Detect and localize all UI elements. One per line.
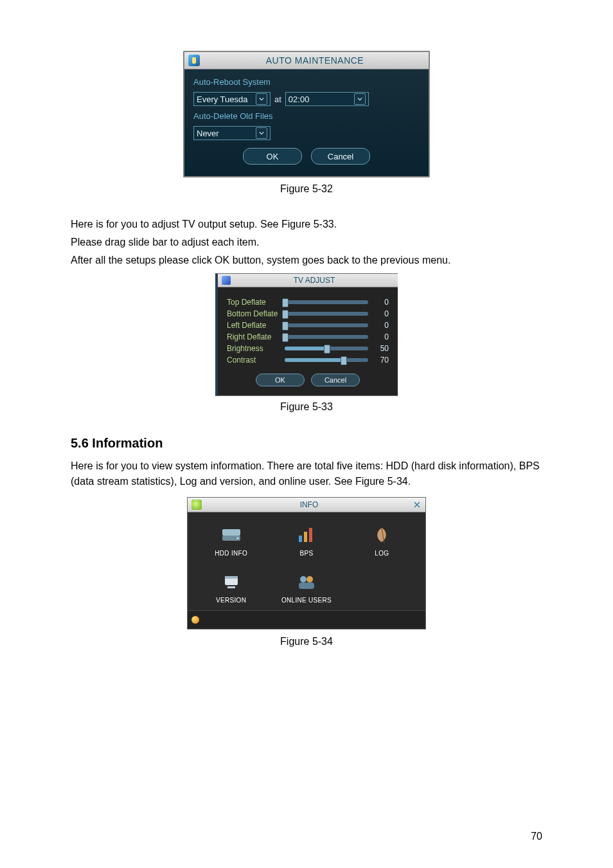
tv-icon — [222, 276, 231, 285]
info-menu-icon — [191, 500, 202, 510]
slider-value: 0 — [373, 309, 389, 318]
slider-value: 0 — [373, 332, 389, 341]
hdd-icon — [218, 524, 244, 546]
info-item-hdd[interactable]: HDD INFO — [195, 521, 267, 559]
tv-adjust-dialog: TV ADJUST Top Deflate0Bottom Deflate0Lef… — [215, 273, 398, 396]
auto-delete-label: Auto-Delete Old Files — [193, 110, 420, 122]
reboot-day-value: Every Tuesda — [197, 95, 248, 104]
delete-files-value: Never — [197, 129, 219, 138]
slider-track[interactable] — [285, 347, 368, 350]
slider-row: Left Deflate0 — [227, 321, 389, 330]
dialog-body: Top Deflate0Bottom Deflate0Left Deflate0… — [218, 287, 398, 395]
slider-thumb[interactable] — [282, 321, 289, 330]
at-label: at — [274, 95, 281, 104]
svg-rect-3 — [299, 536, 302, 542]
slider-thumb[interactable] — [282, 310, 289, 319]
log-icon — [369, 524, 395, 546]
slider-thumb[interactable] — [341, 356, 347, 365]
info-item-label: ONLINE USERS — [281, 597, 332, 604]
dialog-body: Auto-Reboot System Every Tuesda at 02:00… — [184, 69, 429, 176]
body-text: Here is for you to adjust TV output setu… — [71, 217, 542, 232]
chevron-down-icon — [256, 93, 267, 105]
slider-track[interactable] — [285, 335, 368, 339]
empty-cell — [346, 568, 418, 606]
info-item-log[interactable]: LOG — [346, 521, 418, 559]
slider-value: 70 — [373, 356, 389, 365]
slider-row: Contrast70 — [227, 356, 389, 365]
dialog-title: TV ADJUST — [235, 276, 394, 285]
auto-reboot-label: Auto-Reboot System — [193, 76, 420, 88]
reboot-time-select[interactable]: 02:00 — [285, 92, 369, 106]
slider-track[interactable] — [285, 300, 368, 304]
svg-point-9 — [300, 576, 306, 583]
dialog-footer — [188, 610, 425, 629]
cancel-button[interactable]: Cancel — [311, 374, 360, 386]
info-item-label: LOG — [375, 550, 389, 557]
info-item-version[interactable]: VERSION — [195, 568, 267, 606]
info-item-online[interactable]: ONLINE USERS — [271, 568, 342, 606]
info-item-label: HDD INFO — [215, 550, 247, 557]
svg-rect-5 — [309, 528, 312, 542]
dialog-title: AUTO MAINTENANCE — [205, 55, 425, 66]
slider-row: Right Deflate0 — [227, 332, 389, 341]
slider-value: 0 — [373, 298, 389, 307]
tools-icon — [188, 55, 200, 66]
slider-row: Bottom Deflate0 — [227, 309, 389, 318]
cancel-button[interactable]: Cancel — [311, 148, 370, 165]
section-heading: 5.6 Information — [71, 436, 542, 451]
svg-rect-8 — [227, 586, 235, 588]
svg-point-10 — [306, 576, 313, 583]
slider-row: Top Deflate0 — [227, 298, 389, 307]
info-dialog: INFO HDD INFOBPSLOGVERSIONONLINE USERS — [187, 497, 426, 629]
online-icon — [294, 571, 319, 593]
slider-label: Brightness — [227, 344, 283, 353]
dialog-titlebar: INFO — [188, 498, 425, 512]
ok-button[interactable]: OK — [243, 148, 302, 165]
slider-label: Bottom Deflate — [227, 309, 283, 318]
dialog-title: INFO — [206, 500, 413, 509]
chevron-down-icon — [354, 93, 366, 105]
auto-maintenance-dialog: AUTO MAINTENANCE Auto-Reboot System Ever… — [184, 51, 429, 177]
close-icon[interactable] — [413, 500, 422, 509]
reboot-day-select[interactable]: Every Tuesda — [193, 92, 271, 106]
info-item-label: VERSION — [216, 597, 246, 604]
version-icon — [218, 571, 244, 593]
slider-value: 0 — [373, 321, 389, 330]
slider-value: 50 — [373, 344, 389, 353]
info-item-bps[interactable]: BPS — [271, 521, 342, 559]
slider-thumb[interactable] — [282, 298, 289, 307]
ok-button[interactable]: OK — [256, 374, 305, 386]
page-number: 70 — [531, 831, 542, 842]
slider-label: Contrast — [227, 356, 283, 365]
svg-rect-0 — [222, 529, 240, 536]
slider-label: Right Deflate — [227, 332, 283, 341]
hint-icon — [191, 616, 199, 624]
slider-track[interactable] — [285, 323, 368, 327]
slider-row: Brightness50 — [227, 344, 389, 353]
body-text: After all the setups please click OK but… — [71, 253, 542, 268]
dialog-titlebar: AUTO MAINTENANCE — [184, 52, 429, 69]
svg-rect-11 — [299, 583, 314, 589]
slider-thumb[interactable] — [282, 333, 289, 342]
dialog-body: HDD INFOBPSLOGVERSIONONLINE USERS — [188, 512, 425, 610]
body-text: Here is for you to view system informati… — [71, 458, 542, 489]
slider-label: Top Deflate — [227, 298, 283, 307]
slider-label: Left Deflate — [227, 321, 283, 330]
reboot-time-value: 02:00 — [289, 95, 310, 104]
delete-files-select[interactable]: Never — [193, 126, 271, 140]
body-text: Please drag slide bar to adjust each ite… — [71, 235, 542, 250]
figure-caption: Figure 5-33 — [71, 401, 542, 413]
svg-rect-4 — [304, 532, 307, 542]
info-item-label: BPS — [300, 550, 314, 557]
slider-thumb[interactable] — [324, 345, 330, 354]
dialog-titlebar: TV ADJUST — [218, 274, 398, 287]
slider-track[interactable] — [285, 358, 368, 362]
svg-point-2 — [236, 538, 238, 539]
chevron-down-icon — [256, 127, 267, 139]
svg-rect-7 — [225, 576, 238, 579]
figure-caption: Figure 5-32 — [71, 183, 542, 195]
figure-caption: Figure 5-34 — [71, 636, 542, 647]
bps-icon — [294, 524, 319, 546]
slider-track[interactable] — [285, 312, 368, 316]
